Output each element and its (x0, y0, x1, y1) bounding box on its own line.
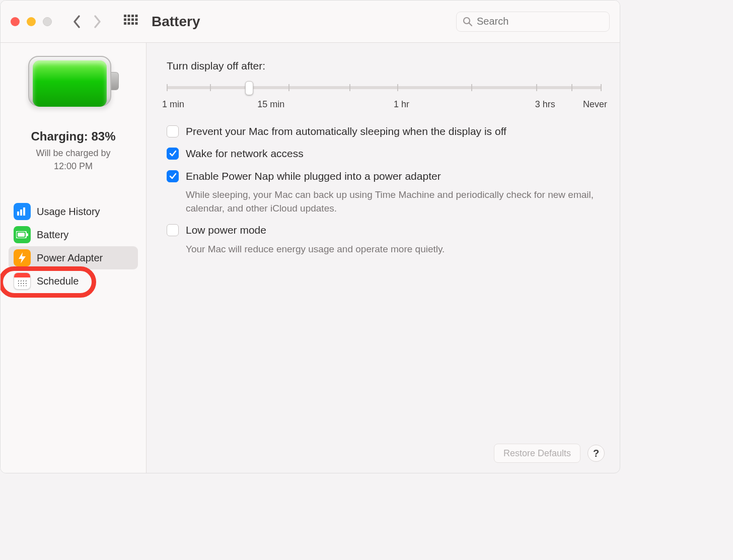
slider-tick (601, 84, 602, 91)
charging-status: Charging: 83% (31, 129, 115, 144)
option-desc-power-nap: While sleeping, your Mac can back up usi… (167, 188, 602, 218)
slider-tick-label: 3 hrs (535, 99, 555, 110)
svg-rect-14 (17, 212, 19, 216)
grid-icon (124, 15, 138, 29)
svg-rect-4 (124, 18, 126, 21)
sidebar: Charging: 83% Will be charged by 12:00 P… (1, 43, 146, 473)
footer: Restore Defaults ? (494, 444, 605, 463)
option-label: Wake for network access (186, 147, 304, 161)
svg-rect-5 (128, 18, 130, 21)
bolt-icon (14, 249, 31, 266)
search-field[interactable] (456, 12, 610, 32)
annotation-highlight (0, 266, 96, 298)
slider-tick (571, 84, 572, 91)
close-window-button[interactable] (11, 17, 20, 26)
usage-history-icon (14, 203, 31, 220)
option-prevent-sleep: Prevent your Mac from automatically slee… (167, 119, 602, 142)
svg-rect-9 (128, 22, 130, 25)
window-title: Battery (152, 14, 200, 30)
svg-rect-11 (135, 22, 138, 25)
svg-rect-2 (131, 15, 134, 17)
svg-rect-15 (20, 209, 22, 216)
charging-substatus-line2: 12:00 PM (54, 161, 93, 171)
show-all-button[interactable] (120, 11, 141, 32)
search-icon (463, 17, 473, 27)
slider-tick (210, 84, 211, 91)
checkbox-low-power[interactable] (167, 224, 179, 236)
content: Charging: 83% Will be charged by 12:00 P… (1, 43, 620, 473)
checkbox-prevent-sleep[interactable] (167, 125, 179, 137)
main-panel: Turn display off after: 1 min 15 min 1 h… (146, 43, 620, 473)
svg-rect-1 (128, 15, 130, 17)
slider-tick-label: 15 min (257, 99, 284, 110)
svg-rect-3 (135, 15, 138, 17)
slider-tick (397, 84, 398, 91)
slider-tick-label: 1 hr (394, 99, 409, 110)
option-power-nap: Enable Power Nap while plugged into a po… (167, 164, 602, 186)
battery-small-icon (14, 226, 31, 243)
svg-rect-7 (135, 18, 138, 21)
option-desc-low-power: Your Mac will reduce energy usage and op… (167, 243, 602, 259)
toolbar: Battery (1, 1, 620, 43)
window-controls (11, 17, 52, 26)
back-button[interactable] (67, 12, 87, 32)
restore-defaults-button[interactable]: Restore Defaults (494, 444, 580, 463)
slider-tick (349, 84, 350, 91)
svg-rect-0 (124, 15, 126, 17)
chevron-right-icon (93, 15, 102, 29)
sidebar-item-battery[interactable]: Battery (9, 223, 138, 246)
option-label: Prevent your Mac from automatically slee… (186, 124, 506, 138)
minimize-window-button[interactable] (27, 17, 36, 26)
svg-rect-8 (124, 22, 126, 25)
checkbox-power-nap[interactable] (167, 170, 179, 182)
help-button[interactable]: ? (588, 445, 605, 462)
slider-tick (471, 84, 472, 91)
zoom-window-button[interactable] (43, 17, 52, 26)
sidebar-nav: Usage History Battery Power Adapter Sche… (1, 200, 146, 293)
svg-point-12 (464, 18, 470, 24)
svg-rect-6 (131, 18, 134, 21)
svg-rect-18 (18, 233, 25, 237)
slider-tick (536, 84, 537, 91)
slider-thumb[interactable] (245, 81, 253, 95)
checkbox-wake-network[interactable] (167, 148, 179, 160)
battery-icon (28, 56, 119, 111)
svg-rect-19 (27, 233, 28, 236)
slider-tick-label: Never (583, 99, 607, 110)
slider-tick-label: 1 min (162, 99, 184, 110)
svg-line-13 (469, 23, 472, 26)
option-wake-network: Wake for network access (167, 142, 602, 164)
search-input[interactable] (477, 16, 603, 27)
chevron-left-icon (72, 15, 82, 29)
charging-substatus: Will be charged by 12:00 PM (36, 147, 110, 173)
display-off-label: Turn display off after: (167, 60, 602, 72)
sidebar-item-usage-history[interactable]: Usage History (9, 200, 138, 223)
charging-substatus-line1: Will be charged by (36, 148, 110, 158)
option-label: Enable Power Nap while plugged into a po… (186, 169, 441, 183)
option-label: Low power mode (186, 223, 266, 237)
sidebar-item-label: Usage History (37, 206, 100, 218)
options-list: Prevent your Mac from automatically slee… (167, 119, 602, 259)
svg-rect-16 (23, 207, 25, 216)
option-low-power: Low power mode (167, 218, 602, 240)
slider-tick (167, 84, 168, 91)
sidebar-item-label: Power Adapter (37, 252, 103, 264)
forward-button[interactable] (87, 12, 107, 32)
slider-tick (288, 84, 289, 91)
display-off-slider[interactable]: 1 min 15 min 1 hr 3 hrs Never (167, 79, 602, 109)
svg-rect-10 (131, 22, 134, 25)
sidebar-item-label: Battery (37, 229, 68, 241)
